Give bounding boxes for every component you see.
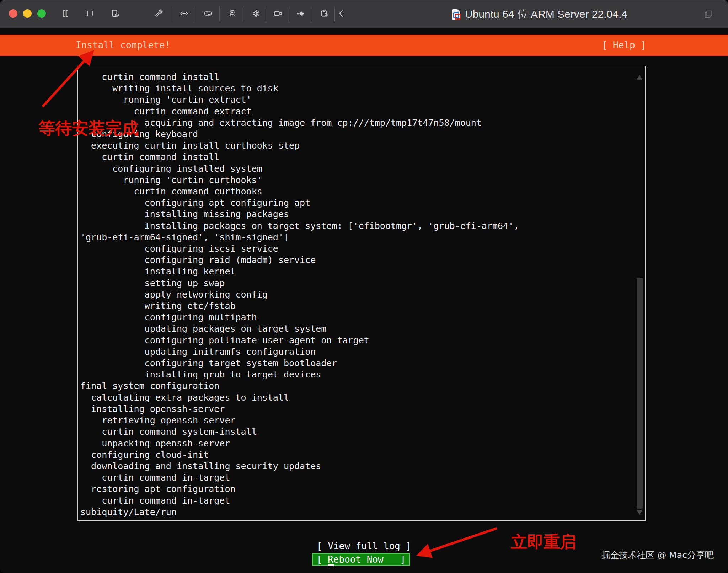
vm-window: Ubuntu 64 位 ARM Server 22.04.4 Install c… [0,0,728,573]
toolbar-separator [171,6,171,21]
annotation-reboot-now: 立即重启 [511,531,576,553]
drive-icon[interactable] [203,9,213,18]
copy-windows-icon[interactable] [703,9,714,19]
zoom-button[interactable] [37,9,46,18]
install-log-panel: curtin command install writing install s… [77,66,646,521]
toolbar-separator [334,6,335,21]
toolbar-separator [267,6,267,21]
toolbar-separator [289,6,289,21]
clipboard-sync-icon[interactable] [320,9,329,18]
save-state-icon[interactable] [111,9,120,18]
toolbar-separator [243,6,243,21]
video-camera-icon[interactable] [273,9,283,18]
scroll-down-icon[interactable] [637,510,642,515]
code-icon[interactable] [180,9,189,18]
vm-display: Install complete! [ Help ] curtin comman… [0,28,728,573]
usb-icon[interactable] [296,9,305,18]
annotation-wait-for-install: 等待安装完成 [38,117,139,140]
wrench-icon[interactable] [154,9,163,18]
installer-header: Install complete! [ Help ] [0,35,728,56]
chevron-left-icon[interactable] [337,9,346,18]
toolbar-separator [312,6,312,21]
speaker-icon[interactable] [252,9,261,18]
scrollbar-thumb[interactable] [637,278,643,509]
pause-icon[interactable] [61,9,70,18]
minimize-button[interactable] [23,9,32,18]
reboot-label-key: R [328,554,333,565]
watermark: 掘金技术社区 @ Mac分享吧 [601,549,714,561]
toolbar-separator [219,6,220,21]
window-title-group: Ubuntu 64 位 ARM Server 22.04.4 [452,7,627,22]
titlebar: Ubuntu 64 位 ARM Server 22.04.4 [0,0,728,28]
install-log: curtin command install writing install s… [80,71,519,518]
reboot-label-prefix: [ [317,554,328,565]
toolbar-separator [196,6,196,21]
stop-icon[interactable] [86,9,95,18]
window-title: Ubuntu 64 位 ARM Server 22.04.4 [465,7,627,22]
terminal-cursor [328,564,334,566]
webcam-icon[interactable] [228,9,237,18]
close-button[interactable] [9,9,17,18]
installer-status-title: Install complete! [76,35,170,56]
reboot-label-rest: eboot Now ] [333,554,406,565]
reboot-now-button[interactable]: [ Reboot Now ] [312,553,410,566]
scroll-up-icon[interactable] [637,75,642,80]
utm-document-icon [452,9,460,20]
help-button[interactable]: [ Help ] [602,35,646,56]
